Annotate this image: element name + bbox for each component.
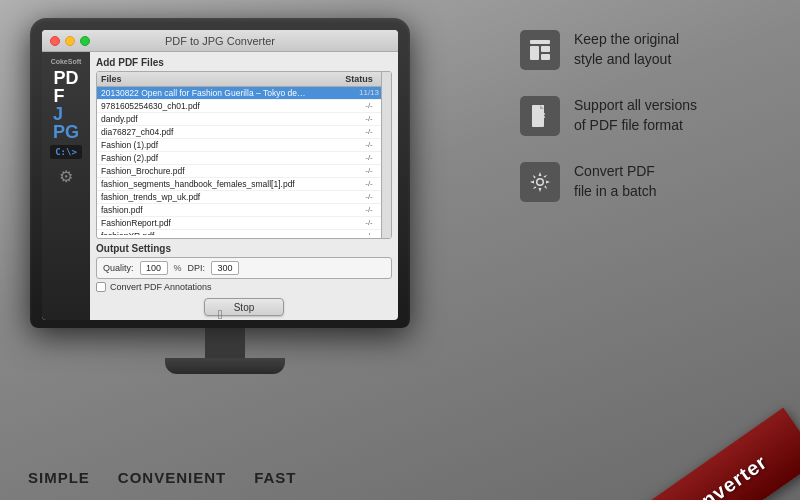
file-name: 9781605254630_ch01.pdf — [101, 101, 351, 111]
monitor-screen: PDF to JPG Converter CokeSoft PDF JPG C:… — [42, 30, 398, 320]
gear-icon: ⚙ — [59, 167, 73, 186]
table-row[interactable]: Fashion (2).pdf-/- — [97, 152, 391, 165]
app-body: CokeSoft PDF JPG C:\> ⚙ Add PDF Files — [42, 52, 398, 320]
table-row[interactable]: fashion_trends_wp_uk.pdf-/- — [97, 191, 391, 204]
table-row[interactable]: 9781605254630_ch01.pdf-/- — [97, 100, 391, 113]
bottom-label-simple: SIMPLE — [28, 469, 90, 486]
file-name: dandy.pdf — [101, 114, 351, 124]
maximize-button[interactable] — [80, 36, 90, 46]
table-row[interactable]: 20130822 Open call for Fashion Guerilla … — [97, 87, 391, 100]
batch-svg — [528, 170, 552, 194]
file-name: Fashion (1).pdf — [101, 140, 351, 150]
feature-text-2: Support all versionsof PDF file format — [574, 96, 697, 135]
banner-text: PDF to JPG Converter — [570, 450, 772, 500]
quality-unit: % — [174, 263, 182, 273]
logo-jpg: JPG — [53, 105, 79, 141]
logo-pdf: PDF — [53, 69, 78, 105]
svg-rect-1 — [530, 46, 539, 60]
logo-panel: CokeSoft PDF JPG C:\> ⚙ — [42, 52, 90, 320]
brand-label: CokeSoft — [51, 58, 82, 65]
stop-btn-container: Stop — [96, 298, 392, 316]
svg-rect-2 — [541, 46, 550, 52]
feature-item-1: Keep the originalstyle and layout — [520, 30, 780, 70]
annotations-checkbox[interactable] — [96, 282, 106, 292]
file-name: fashion.pdf — [101, 205, 351, 215]
logo-letters: PDF JPG — [53, 69, 79, 141]
monitor-stand-base — [165, 358, 285, 374]
file-name: fashion_trends_wp_uk.pdf — [101, 192, 351, 202]
dpi-input[interactable]: 300 — [211, 261, 239, 275]
table-row[interactable]: dia76827_ch04.pdf-/- — [97, 126, 391, 139]
table-row[interactable]: FashionReport.pdf-/- — [97, 217, 391, 230]
file-name: Fashion_Brochure.pdf — [101, 166, 351, 176]
window-title: PDF to JPG Converter — [165, 35, 275, 47]
file-name: dia76827_ch04.pdf — [101, 127, 351, 137]
close-button[interactable] — [50, 36, 60, 46]
svg-rect-3 — [541, 54, 550, 60]
table-row[interactable]: dandy.pdf-/- — [97, 113, 391, 126]
document-svg — [528, 104, 552, 128]
feature-text-1: Keep the originalstyle and layout — [574, 30, 679, 69]
file-list-scroll[interactable]: 20130822 Open call for Fashion Guerilla … — [97, 87, 391, 235]
scrollbar[interactable] — [381, 72, 391, 238]
add-pdf-label: Add PDF Files — [96, 57, 392, 68]
table-row[interactable]: fashionXR.pdf-/- — [97, 230, 391, 235]
diagonal-banner: PDF to JPG Converter — [521, 408, 800, 500]
batch-icon — [520, 162, 560, 202]
quality-input[interactable]: 100 — [140, 261, 168, 275]
monitor-stand-neck — [205, 328, 245, 358]
file-name: fashion_segments_handbook_females_small[… — [101, 179, 351, 189]
minimize-button[interactable] — [65, 36, 75, 46]
monitor-outer: PDF to JPG Converter CokeSoft PDF JPG C:… — [30, 18, 410, 328]
table-row[interactable]: fashion_segments_handbook_females_small[… — [97, 178, 391, 191]
file-name: fashionXR.pdf — [101, 231, 351, 235]
bottom-label-fast: FAST — [254, 469, 296, 486]
file-name: 20130822 Open call for Fashion Guerilla … — [101, 88, 351, 98]
stop-button[interactable]: Stop — [204, 298, 284, 316]
feature-text-3: Convert PDFfile in a batch — [574, 162, 657, 201]
output-label: Output Settings — [96, 243, 392, 254]
document-icon — [520, 96, 560, 136]
file-list-header: Files Status — [97, 72, 391, 87]
dpi-label: DPI: — [188, 263, 206, 273]
header-status: Status — [341, 74, 377, 84]
layout-svg — [528, 38, 552, 62]
layout-icon — [520, 30, 560, 70]
logo-prompt: C:\> — [50, 145, 82, 159]
main-content: Add PDF Files Files Status 20130822 Open… — [90, 52, 398, 320]
annotations-label: Convert PDF Annotations — [110, 282, 212, 292]
quality-label: Quality: — [103, 263, 134, 273]
feature-item-3: Convert PDFfile in a batch — [520, 162, 780, 202]
svg-point-10 — [538, 180, 543, 185]
table-row[interactable]: fashion.pdf-/- — [97, 204, 391, 217]
table-row[interactable]: Fashion_Brochure.pdf-/- — [97, 165, 391, 178]
traffic-lights — [50, 36, 90, 46]
monitor: PDF to JPG Converter CokeSoft PDF JPG C:… — [30, 18, 420, 438]
bottom-label-convenient: CONVENIENT — [118, 469, 226, 486]
feature-item-2: Support all versionsof PDF file format — [520, 96, 780, 136]
file-name: Fashion (2).pdf — [101, 153, 351, 163]
apple-logo:  — [218, 307, 223, 322]
svg-rect-0 — [530, 40, 550, 44]
app-window: PDF to JPG Converter CokeSoft PDF JPG C:… — [42, 30, 398, 320]
file-name: FashionReport.pdf — [101, 218, 351, 228]
features-panel: Keep the originalstyle and layout Suppor… — [520, 30, 780, 228]
checkbox-row: Convert PDF Annotations — [96, 282, 392, 292]
title-bar: PDF to JPG Converter — [42, 30, 398, 52]
bottom-labels: SIMPLE CONVENIENT FAST — [0, 469, 320, 486]
header-files: Files — [101, 74, 341, 84]
file-list-container[interactable]: Files Status 20130822 Open call for Fash… — [96, 71, 392, 239]
output-controls: Quality: 100 % DPI: 300 — [96, 257, 392, 279]
table-row[interactable]: Fashion (1).pdf-/- — [97, 139, 391, 152]
output-section: Output Settings Quality: 100 % DPI: 300 … — [96, 243, 392, 292]
